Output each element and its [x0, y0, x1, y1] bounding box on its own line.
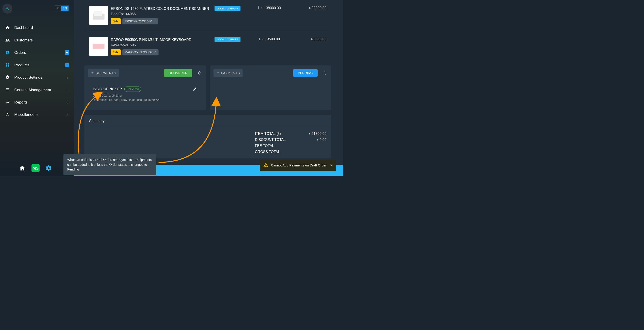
warranty-badge: LOCAL | 2 YEARS — [214, 6, 240, 11]
svg-point-7 — [266, 166, 266, 167]
annotation-callout: When an order is a Draft Order, no Payme… — [63, 154, 156, 175]
product-sku: Doc-Eps-44966 — [111, 12, 210, 16]
summary-row: FEE TOTAL — [89, 143, 326, 149]
line-total: ৳ 38000.00 — [293, 6, 326, 10]
sn-value[interactable]: EPSON262DS1630 — [122, 18, 158, 25]
sidebar-item-orders[interactable]: Orders + — [4, 46, 70, 59]
sidebar: বাং EN Dashboard Customers Orders + Prod… — [0, 0, 74, 176]
shipments-label: SHIPMENTS — [96, 71, 116, 75]
delivered-pill: Delivered — [124, 86, 141, 92]
lang-en[interactable]: EN — [61, 6, 68, 11]
misc-icon — [5, 112, 10, 118]
plus-icon — [91, 71, 96, 75]
toast-close-button[interactable] — [330, 164, 333, 167]
qty-price: 1 × ৳ 38000.00 — [246, 6, 293, 10]
nav: Dashboard Customers Orders + Products + … — [4, 22, 70, 121]
svg-point-1 — [6, 115, 7, 116]
product-image — [89, 6, 108, 25]
payments-panel: PAYMENTS PENDING — [210, 65, 331, 110]
sidebar-item-label: Miscellaneous — [14, 112, 38, 117]
sidebar-item-label: Content Management — [14, 88, 51, 92]
chevron-right-icon — [66, 76, 69, 79]
sidebar-item-label: Product Settings — [14, 75, 42, 80]
sn-label: S/N — [111, 18, 121, 25]
refresh-payments-button[interactable] — [322, 70, 328, 76]
home-icon — [5, 25, 10, 31]
plus-icon — [216, 71, 221, 75]
sidebar-item-label: Reports — [14, 100, 28, 104]
main-content: EPSON DS-1630 FLATBED COLOR DOCUMENT SCA… — [74, 0, 343, 176]
content-icon — [5, 87, 10, 93]
line-total: ৳ 3500.00 — [293, 37, 326, 41]
shipments-status-button[interactable]: DELIVERED — [164, 69, 192, 77]
settings-button[interactable] — [45, 165, 52, 172]
summary-panel: Summary ITEM TOTAL (3) ৳ 61500.00 DISCOU… — [84, 115, 331, 158]
chevron-right-icon — [66, 113, 69, 116]
gear-icon — [5, 74, 10, 80]
add-order-button[interactable]: + — [65, 50, 69, 55]
qty-price: 1 × ৳ 3500.00 — [246, 37, 293, 41]
summary-title: Summary — [84, 115, 331, 127]
people-icon — [5, 37, 10, 43]
svg-rect-5 — [92, 44, 104, 49]
sidebar-item-product-settings[interactable]: Product Settings — [4, 71, 70, 84]
summary-row: DISCOUNT TOTAL ৳ 0.00 — [89, 137, 326, 143]
svg-rect-4 — [94, 11, 102, 16]
sidebar-item-label: Customers — [14, 38, 33, 42]
sidebar-item-label: Orders — [14, 50, 26, 55]
product-title: EPSON DS-1630 FLATBED COLOR DOCUMENT SCA… — [111, 6, 210, 12]
add-product-button[interactable]: + — [65, 63, 69, 67]
payments-label: PAYMENTS — [221, 71, 240, 75]
sn-label: S/N — [111, 49, 121, 55]
line-items: EPSON DS-1630 FLATBED COLOR DOCUMENT SCA… — [84, 0, 331, 62]
svg-point-0 — [7, 113, 8, 114]
line-item: RAPOO E9050G PINK MULTI-MODE KEYBOARD Ke… — [84, 31, 331, 62]
language-toggle[interactable]: বাং EN — [55, 6, 69, 12]
search-button[interactable] — [2, 4, 12, 14]
sidebar-bottom-icons: MS — [19, 164, 52, 172]
svg-point-2 — [8, 115, 9, 116]
shipment-entry: INSTOREPICKUP Delivered Oct 02 2024 2:05… — [88, 79, 202, 106]
toast-message: Cannot Add Payments on Draft Order — [271, 163, 326, 167]
add-shipment-button[interactable]: SHIPMENTS — [88, 69, 119, 77]
toast-error: Cannot Add Payments on Draft Order — [260, 160, 336, 171]
sidebar-item-dashboard[interactable]: Dashboard — [4, 22, 70, 34]
payments-status-button[interactable]: PENDING — [293, 69, 318, 77]
search-icon — [5, 6, 10, 11]
external-link-icon — [154, 50, 156, 54]
refresh-shipments-button[interactable] — [197, 70, 202, 76]
sidebar-item-label: Dashboard — [14, 26, 33, 30]
shipment-date: Oct 02 2024 2:05:53 pm — [93, 94, 198, 97]
home-button[interactable] — [19, 165, 26, 172]
ms-badge[interactable]: MS — [32, 164, 40, 172]
summary-row: ITEM TOTAL (3) ৳ 61500.00 — [89, 131, 326, 137]
sidebar-item-customers[interactable]: Customers — [4, 34, 70, 46]
shipment-reference: Reference: 2cd7b3a2-8aa7-4aa9-98cb-95f8b… — [93, 98, 198, 101]
product-image — [89, 37, 108, 56]
orders-icon — [5, 50, 10, 56]
sidebar-item-miscellaneous[interactable]: Miscellaneous — [4, 108, 70, 121]
lang-bn[interactable]: বাং — [55, 6, 61, 11]
products-icon — [5, 62, 10, 68]
chevron-right-icon — [66, 101, 69, 104]
sidebar-item-products[interactable]: Products + — [4, 59, 70, 71]
line-item: EPSON DS-1630 FLATBED COLOR DOCUMENT SCA… — [84, 0, 331, 31]
external-link-icon — [153, 20, 156, 23]
product-sku: Key-Rap-81595 — [111, 43, 210, 47]
chart-icon — [5, 99, 10, 105]
add-payment-button[interactable]: PAYMENTS — [214, 69, 243, 77]
product-title: RAPOO E9050G PINK MULTI-MODE KEYBOARD — [111, 37, 210, 42]
sidebar-item-label: Products — [14, 63, 29, 67]
sidebar-item-reports[interactable]: Reports — [4, 96, 70, 108]
shipment-type: INSTOREPICKUP — [93, 87, 122, 91]
sidebar-item-content-management[interactable]: Content Management — [4, 84, 70, 96]
edit-shipment-button[interactable] — [192, 87, 197, 91]
warning-icon — [263, 163, 268, 168]
sn-value[interactable]: RAPOO530E9050G — [122, 49, 158, 55]
chevron-right-icon — [66, 88, 69, 91]
shipments-panel: SHIPMENTS DELIVERED INSTOREPICKUP Delive… — [84, 65, 206, 110]
warranty-badge: LOCAL | 2 YEARS — [214, 37, 240, 42]
